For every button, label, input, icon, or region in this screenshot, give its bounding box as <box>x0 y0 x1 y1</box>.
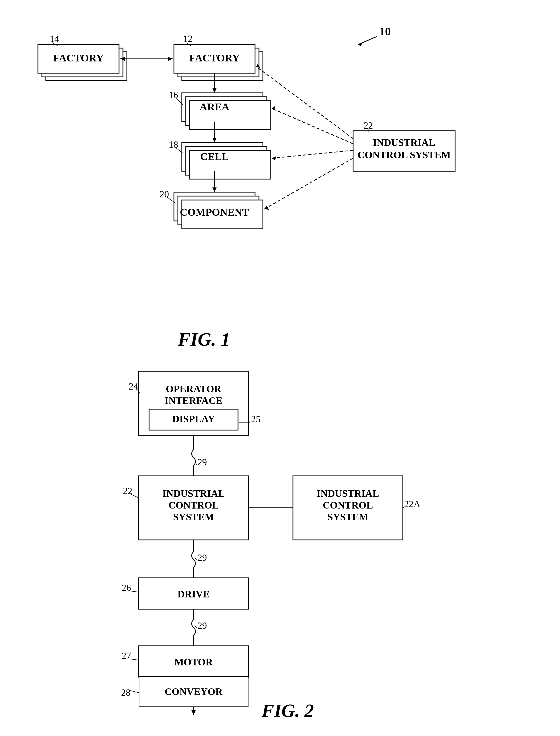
ics2-label-1: INDUSTRIAL <box>317 488 379 499</box>
ref-20: 20 <box>160 189 169 200</box>
svg-marker-14 <box>212 88 217 93</box>
fig1-svg: 10 FACTORY 14 FACTORY 12 <box>26 16 534 356</box>
svg-marker-26 <box>212 188 217 192</box>
conveyor-label: CONVEYOR <box>165 686 223 697</box>
svg-marker-1 <box>358 42 362 47</box>
factory-stack-label: FACTORY <box>53 52 104 64</box>
oi-label-2: INTERFACE <box>165 395 223 406</box>
ref-10: 10 <box>379 25 391 38</box>
ref-22-fig2: 22 <box>123 486 132 496</box>
ics2-label-2: CONTROL <box>323 500 373 511</box>
ref-29c: 29 <box>197 620 207 631</box>
svg-line-39 <box>264 158 353 209</box>
ref-12: 12 <box>183 33 193 44</box>
ref-22-fig1: 22 <box>364 120 373 131</box>
ref-22a: 22A <box>404 499 420 509</box>
svg-line-37 <box>272 150 353 158</box>
fig2-diagram: OPERATOR INTERFACE DISPLAY 24 25 29 INDU… <box>26 361 534 727</box>
svg-marker-20 <box>212 138 217 143</box>
ref-29b: 29 <box>197 552 207 563</box>
fig1-diagram: 10 FACTORY 14 FACTORY 12 <box>26 16 534 356</box>
ics1-label-1: INDUSTRIAL <box>162 488 225 499</box>
ics1-label-3: SYSTEM <box>173 511 214 522</box>
area-label: AREA <box>200 101 229 113</box>
fig2-svg: OPERATOR INTERFACE DISPLAY 24 25 29 INDU… <box>26 361 534 727</box>
ref-16: 16 <box>169 90 178 100</box>
svg-marker-12 <box>168 57 173 61</box>
ics1-label-2: CONTROL <box>168 500 219 511</box>
fig2-label: FIG. 2 <box>262 700 314 722</box>
fig1-label: FIG. 1 <box>178 329 230 351</box>
svg-line-67 <box>129 690 139 693</box>
svg-line-60 <box>195 625 197 628</box>
ref-27: 27 <box>122 650 131 661</box>
svg-line-35 <box>272 109 353 144</box>
svg-marker-40 <box>264 206 269 210</box>
oi-label-1: OPERATOR <box>166 383 221 394</box>
factory-main-label: FACTORY <box>189 52 240 64</box>
ref-29a: 29 <box>197 457 207 467</box>
svg-marker-38 <box>272 156 276 161</box>
conveyor-box: CONVEYOR <box>139 676 248 707</box>
ics-label-1: INDUSTRIAL <box>373 137 435 148</box>
motor-label: MOTOR <box>174 656 213 667</box>
cell-label: CELL <box>200 151 229 162</box>
drive-label: DRIVE <box>178 588 210 599</box>
ref-14: 14 <box>50 33 59 44</box>
component-label: COMPONENT <box>180 206 249 218</box>
ref-26: 26 <box>122 582 131 593</box>
svg-line-55 <box>195 557 197 560</box>
ref-25: 25 <box>251 414 261 424</box>
ref-28-line <box>129 689 140 694</box>
ref-24: 24 <box>129 381 138 392</box>
ics-label-2: CONTROL SYSTEM <box>358 149 451 160</box>
page: 10 FACTORY 14 FACTORY 12 <box>0 0 560 736</box>
display-label: DISPLAY <box>172 413 215 424</box>
svg-marker-66 <box>191 710 196 715</box>
ics2-label-3: SYSTEM <box>327 511 368 522</box>
